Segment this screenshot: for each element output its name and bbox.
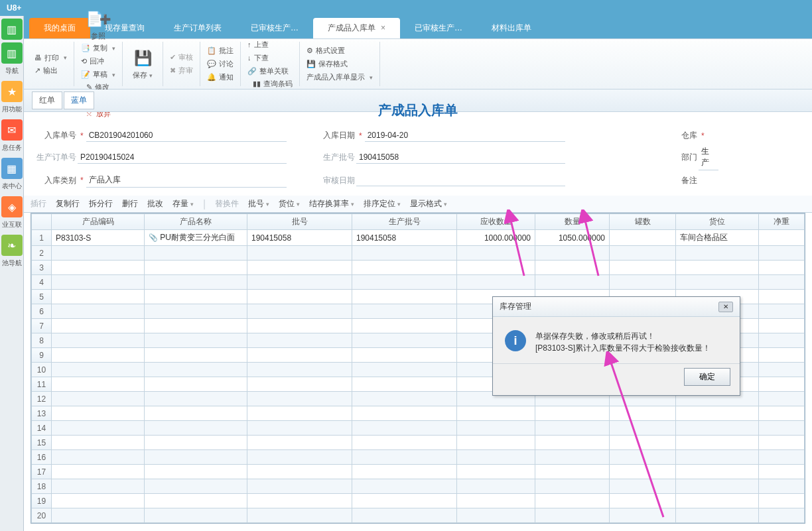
tab-material-out[interactable]: 材料出库单 — [477, 18, 546, 38]
sort-button[interactable]: 排序定位 — [364, 198, 401, 209]
nav-mail-icon[interactable]: ✉ — [1, 119, 23, 141]
table-row[interactable]: 1 P83103-S 📎 PU耐黄变三分光白面 190415058 190415… — [32, 230, 805, 246]
order-field[interactable]: P20190415024 — [78, 151, 287, 164]
audit-date-label: 审核日期 — [313, 175, 356, 186]
table-row[interactable]: 4 — [32, 275, 805, 290]
table-row[interactable]: 19 — [32, 494, 805, 508]
col-rownum[interactable] — [32, 214, 52, 230]
table-row[interactable]: 14 — [32, 421, 805, 436]
display-format-button[interactable]: 显示格式 — [410, 198, 447, 209]
col-can[interactable]: 罐数 — [610, 214, 676, 230]
col-name[interactable]: 产品名称 — [145, 214, 247, 230]
table-row[interactable]: 16 — [32, 450, 805, 465]
replace-button[interactable]: 替换件 — [215, 198, 239, 209]
col-shouldqty[interactable]: 应收数量 — [457, 214, 535, 230]
document-title: 产成品入库单 — [378, 101, 458, 119]
tab-audited-1[interactable]: 已审核生产… — [236, 18, 313, 38]
convert-button[interactable]: 结存换算率 — [309, 198, 354, 209]
nav-apps-icon[interactable]: ◈ — [1, 196, 23, 217]
attachment-icon[interactable]: 📎 — [149, 233, 158, 241]
draft-button[interactable]: 📝 草稿 — [80, 69, 117, 80]
approve-button[interactable]: 📋 批注 — [206, 45, 235, 56]
order-label: 生产订单号 — [34, 152, 78, 163]
tab-finished-in[interactable]: 产成品入库单× — [313, 18, 400, 38]
nav-star-icon[interactable]: ★ — [1, 81, 23, 102]
batch-label: 生产批号 — [313, 152, 356, 163]
nav-label-guide: 导航 — [0, 66, 23, 76]
copy-button[interactable]: 📑 复制 — [80, 42, 117, 54]
col-code[interactable]: 产品编码 — [52, 214, 145, 230]
save-button[interactable]: 💾 保存 — [128, 48, 157, 80]
dept-field[interactable]: 生产 — [699, 145, 718, 170]
col-lot[interactable]: 批号 — [247, 214, 352, 230]
nav-leaf-icon[interactable]: ❧ — [1, 235, 23, 256]
save-format-button[interactable]: 💾 保存格式 — [305, 58, 374, 70]
discuss-button[interactable]: 💬 讨论 — [206, 58, 235, 70]
print-button[interactable]: 🖶 打印 — [33, 52, 68, 64]
dept-label: 部门 — [655, 152, 699, 163]
nav-label-fn: 用功能 — [0, 105, 23, 114]
position-button[interactable]: 货位 — [279, 198, 300, 209]
table-row[interactable]: 13 — [32, 406, 805, 421]
notify-button[interactable]: 🔔 通知 — [206, 72, 235, 83]
table-row[interactable]: 15 — [32, 436, 805, 450]
bill-toggle-bar: 红单 蓝单 产成品入库单 — [24, 89, 812, 112]
copy-row-button[interactable]: 复制行 — [56, 198, 80, 209]
stock-button[interactable]: 存量 — [172, 198, 194, 209]
red-bill-toggle[interactable]: 红单 — [32, 91, 62, 109]
grid-header-row: 产品编码 产品名称 批号 生产批号 应收数量 数量 罐数 货位 净重 — [32, 214, 805, 230]
scan-barcode-button[interactable]: ▮▮ 查询条码 — [251, 78, 294, 89]
reference-button[interactable]: 📄➕ 参照 — [80, 9, 117, 41]
in-no-field[interactable]: CB201904201060 — [86, 129, 287, 142]
type-field[interactable]: 产品入库 — [86, 173, 287, 188]
table-row[interactable]: 20 — [32, 508, 805, 523]
batch-field[interactable]: 190415058 — [356, 151, 565, 164]
nav-icon-2[interactable]: ▥ — [1, 42, 23, 64]
table-row[interactable]: 2 — [32, 246, 805, 261]
tab-audited-2[interactable]: 已审核生产… — [400, 18, 477, 38]
table-row[interactable]: 18 — [32, 479, 805, 494]
table-row[interactable]: 3 — [32, 261, 805, 275]
info-icon: i — [505, 330, 526, 351]
dialog-ok-button[interactable]: 确定 — [684, 368, 730, 386]
titlebar: U8+ — [0, 0, 812, 16]
in-date-field[interactable]: 2019-04-20 — [365, 129, 565, 142]
nav-label-center: 表中心 — [0, 182, 23, 191]
output-button[interactable]: ↗ 输出 — [33, 65, 68, 76]
warehouse-label: 仓库 — [655, 130, 699, 141]
nav-report-icon[interactable]: ▦ — [1, 158, 23, 179]
memo-label: 备注 — [655, 175, 699, 186]
reference-icon: 📄➕ — [88, 9, 109, 30]
dialog-title: 库存管理 — [500, 301, 531, 312]
format-button[interactable]: ⚙ 格式设置 — [305, 45, 374, 56]
split-row-button[interactable]: 拆分行 — [89, 198, 113, 209]
delete-row-button[interactable]: 删行 — [122, 198, 138, 209]
form-header: 入库单号* CB201904201060 入库日期* 2019-04-20 仓库… — [24, 112, 812, 196]
insert-row-button[interactable]: 插行 — [31, 198, 46, 209]
col-prodlot[interactable]: 生产批号 — [352, 214, 457, 230]
audit-button[interactable]: ✔ 审核 — [169, 52, 194, 63]
col-pos[interactable]: 货位 — [676, 214, 759, 230]
table-row[interactable]: 17 — [32, 465, 805, 479]
dialog-message: 单据保存失败，修改或稍后再试！ [P83103-S]累计入库数量不得大于检验接收… — [535, 330, 710, 354]
col-qty[interactable]: 数量 — [535, 214, 610, 230]
display-button[interactable]: 产成品入库单显示 — [305, 72, 374, 83]
col-net[interactable]: 净重 — [759, 214, 805, 230]
nav-icon-1[interactable]: ▥ — [1, 19, 23, 40]
dialog-close-button[interactable]: ✕ — [718, 302, 733, 312]
audit-date-field[interactable] — [356, 174, 565, 186]
dialog-titlebar[interactable]: 库存管理 ✕ — [493, 297, 740, 317]
lot-button[interactable]: 批号 — [248, 198, 269, 209]
down-query-button[interactable]: ↓ 下查 — [246, 52, 294, 64]
tab-order-list[interactable]: 生产订单列表 — [159, 18, 236, 38]
error-dialog: 库存管理 ✕ i 单据保存失败，修改或稍后再试！ [P83103-S]累计入库数… — [492, 296, 740, 396]
left-nav: ▥ ▥ 导航 ★ 用功能 ✉ 息任务 ▦ 表中心 ◈ 业互联 ❧ 池导航 — [0, 16, 24, 531]
up-query-button[interactable]: ↑ 上查 — [246, 39, 294, 50]
relate-button[interactable]: 🔗 整单关联 — [246, 66, 294, 77]
blue-bill-toggle[interactable]: 蓝单 — [64, 91, 94, 109]
close-icon[interactable]: × — [381, 23, 385, 32]
batch-modify-button[interactable]: 批改 — [147, 198, 163, 209]
unaudit-button[interactable]: ✖ 弃审 — [169, 65, 194, 76]
main-tabs: 我的桌面 现存量查询 生产订单列表 已审核生产… 产成品入库单× 已审核生产… … — [0, 16, 812, 38]
round-button[interactable]: ⟲ 回冲 — [80, 56, 117, 67]
